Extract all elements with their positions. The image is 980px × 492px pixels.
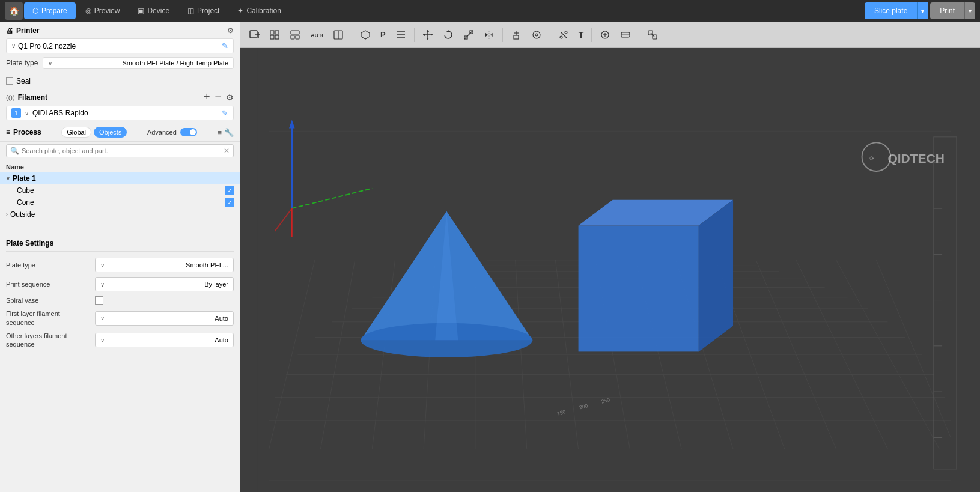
search-input-wrap: 🔍 ✕	[6, 144, 234, 157]
plate-type-selector[interactable]: ∨ Smooth PEI Plate / High Temp Plate	[43, 57, 234, 69]
process-wrench-icon[interactable]: 🔧	[224, 128, 234, 137]
first-layer-dropdown[interactable]: ∨ Auto	[95, 311, 234, 326]
toolbar-move-button[interactable]	[419, 27, 437, 43]
plate-type-dropdown[interactable]: ∨ Smooth PEI ...	[95, 258, 234, 272]
printer-settings-icon[interactable]: ⚙	[227, 26, 234, 35]
plate-type-chevron: ∨	[48, 60, 52, 67]
settings-other-layers-label: Other layers filament sequence	[6, 332, 90, 349]
tab-calibration-label: Calibration	[246, 7, 281, 15]
toolbar-sep5	[591, 28, 592, 42]
toolbar-sep6	[639, 28, 639, 42]
printer-title: 🖨 Printer	[6, 26, 40, 35]
tab-preview[interactable]: ◎ Preview	[77, 2, 129, 19]
search-input[interactable]	[22, 147, 221, 154]
filament-remove-button[interactable]: −	[215, 91, 221, 103]
printer-edit-icon[interactable]: ✎	[222, 41, 228, 50]
tree-item-outside[interactable]: › Outside	[0, 208, 240, 220]
home-button[interactable]: 🏠	[5, 2, 23, 20]
toolbar-layout-button[interactable]	[286, 27, 304, 43]
filament-label: Filament	[18, 93, 47, 102]
svg-marker-13	[361, 31, 370, 39]
top-navigation: 🏠 ⬡ Prepare ◎ Preview ▣ Device ◫ Project…	[0, 0, 980, 22]
process-list-icon[interactable]: ≡	[217, 128, 222, 137]
filament-add-button[interactable]: +	[204, 91, 210, 103]
tree-item-cone[interactable]: Cone ✓	[0, 196, 240, 208]
toolbar-rotate-button[interactable]	[439, 27, 457, 43]
toolbar-scale-button[interactable]	[460, 27, 478, 43]
toolbar-extra1-button[interactable]	[596, 27, 614, 43]
toolbar: AUTO P	[240, 22, 980, 48]
seal-row: Seal	[0, 74, 240, 88]
viewport[interactable]: AUTO P	[240, 22, 980, 492]
advanced-toggle[interactable]	[180, 128, 197, 136]
calibration-icon: ✦	[237, 7, 243, 15]
plate-type-dropdown-value: Smooth PEI ...	[186, 261, 228, 269]
svg-text:AUTO: AUTO	[311, 32, 323, 38]
printer-model-value: Q1 Pro 0.2 nozzle	[16, 42, 222, 50]
tab-device[interactable]: ▣ Device	[129, 2, 178, 19]
print-dropdown-arrow[interactable]: ▾	[964, 2, 975, 19]
process-icons: ≡ 🔧	[217, 128, 234, 137]
printer-header: 🖨 Printer ⚙	[6, 26, 234, 35]
filament-settings-icon[interactable]: ⚙	[226, 93, 234, 102]
cone-checkbox[interactable]: ✓	[225, 198, 234, 207]
plate-type-value: Smooth PEI Plate / High Temp Plate	[123, 59, 229, 67]
svg-marker-28	[485, 32, 488, 37]
print-button[interactable]: Print	[930, 2, 964, 19]
toolbar-cut-button[interactable]	[555, 27, 573, 43]
toolbar-lines-button[interactable]	[392, 28, 410, 41]
toolbar-seam-button[interactable]	[528, 27, 546, 43]
print-sequence-dropdown[interactable]: ∨ By layer	[95, 277, 234, 291]
toolbar-extra2-button[interactable]	[616, 27, 635, 43]
filament-item[interactable]: 1 ∨ QIDI ABS Rapido ✎	[6, 106, 234, 120]
svg-rect-5	[270, 35, 274, 39]
search-clear-button[interactable]: ✕	[224, 147, 230, 155]
first-layer-value: Auto	[215, 315, 228, 322]
tree-item-plate1[interactable]: ∨ Plate 1	[0, 172, 240, 184]
seal-checkbox[interactable]	[6, 77, 13, 85]
toolbar-support-button[interactable]	[507, 27, 525, 43]
filament-chevron: ∨	[25, 110, 29, 117]
toolbar-text-button[interactable]: T	[575, 28, 588, 42]
process-tab-global[interactable]: Global	[61, 127, 91, 138]
toolbar-sep4	[550, 28, 550, 42]
cube-checkbox[interactable]: ✓	[225, 186, 234, 195]
filament-edit-icon[interactable]: ✎	[222, 109, 228, 118]
toolbar-mirror-button[interactable]	[480, 27, 498, 43]
3d-canvas[interactable]: QIDTECH ⟳ 1 250 200 150	[240, 48, 980, 492]
toolbar-grid-button[interactable]	[266, 27, 284, 43]
toolbar-split-button[interactable]	[329, 27, 347, 43]
svg-point-36	[560, 36, 562, 38]
tab-prepare[interactable]: ⬡ Prepare	[24, 2, 76, 19]
settings-spiral-vase-label: Spiral vase	[6, 296, 90, 305]
settings-row-other-layers: Other layers filament sequence ∨ Auto	[6, 332, 234, 349]
toolbar-p-button[interactable]: P	[377, 28, 389, 41]
slice-plate-button[interactable]: Slice plate	[865, 2, 917, 19]
outside-chevron: ›	[6, 211, 8, 217]
printer-model-chevron: ∨	[11, 43, 16, 49]
process-tab-objects[interactable]: Objects	[94, 127, 127, 138]
toolbar-3d-view-button[interactable]	[356, 27, 374, 43]
toolbar-sep3	[502, 28, 503, 42]
spiral-vase-checkbox[interactable]	[95, 296, 103, 305]
toolbar-auto-button[interactable]: AUTO	[306, 27, 327, 43]
toolbar-add-object-button[interactable]	[245, 27, 263, 43]
tab-project-label: Project	[197, 7, 219, 15]
slice-plate-dropdown-arrow[interactable]: ▾	[917, 2, 928, 19]
printer-label: Printer	[16, 26, 40, 35]
preview-icon: ◎	[85, 7, 91, 15]
toolbar-sep1	[352, 28, 352, 42]
settings-plate-type-control: ∨ Smooth PEI ...	[95, 258, 234, 272]
printer-model-selector[interactable]: ∨ Q1 Pro 0.2 nozzle ✎	[6, 38, 234, 53]
tree-item-cube[interactable]: Cube ✓	[0, 184, 240, 196]
other-layers-dropdown[interactable]: ∨ Auto	[95, 333, 234, 347]
settings-first-layer-label: First layer filament sequence	[6, 309, 90, 327]
tab-calibration[interactable]: ✦ Calibration	[229, 2, 289, 19]
tab-project[interactable]: ◫ Project	[179, 2, 228, 19]
other-layers-chevron: ∨	[100, 337, 105, 344]
slice-btn-group: Slice plate ▾ Print ▾	[865, 2, 975, 19]
toolbar-final-button[interactable]	[644, 27, 662, 43]
3d-scene-svg: QIDTECH ⟳ 1 250 200 150	[240, 48, 980, 492]
outside-label: Outside	[10, 210, 35, 219]
filament-section: (()) Filament + − ⚙ 1 ∨ QIDI ABS Rapido …	[0, 88, 240, 123]
